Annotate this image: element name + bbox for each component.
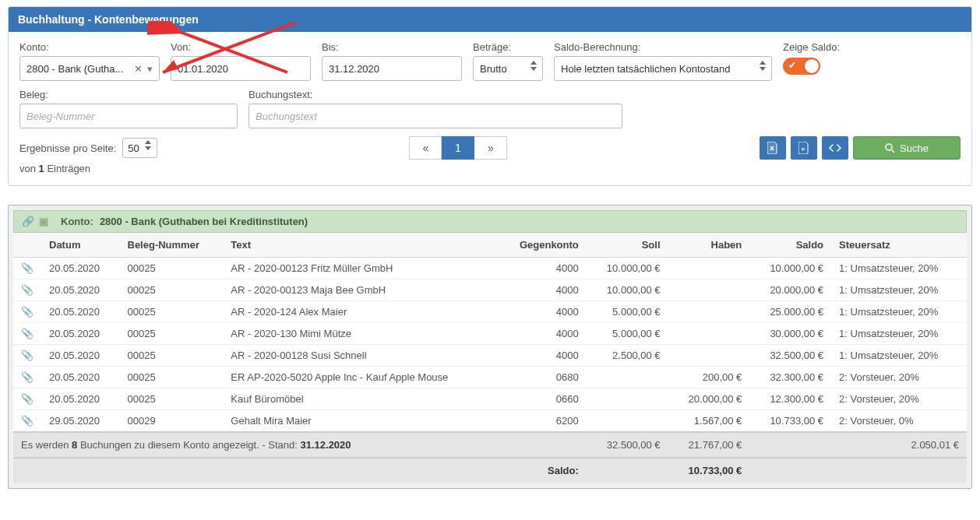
col-haben[interactable]: Haben — [668, 233, 750, 258]
filter-panel: Buchhaltung - Kontenbewegungen Konto: 28… — [8, 6, 972, 186]
cell-gegenkonto: 4000 — [499, 279, 587, 301]
cell-steuer: 1: Umsatzsteuer, 20% — [831, 323, 967, 345]
konto-value: 2800 - Bank (Gutha... — [26, 63, 123, 75]
cell-gegenkonto: 4000 — [499, 345, 587, 367]
cell-datum: 20.05.2020 — [41, 279, 120, 301]
zeige-saldo-toggle[interactable]: ✔ — [783, 58, 820, 75]
cell-datum: 20.05.2020 — [41, 301, 120, 323]
toggle-knob — [805, 59, 819, 73]
link-icon[interactable]: 🔗 — [22, 216, 34, 227]
cell-soll — [587, 388, 668, 410]
cell-soll — [587, 410, 668, 433]
buchungstext-input[interactable] — [249, 104, 622, 128]
cell-haben — [668, 279, 750, 301]
attachment-icon[interactable]: 📎 — [13, 388, 41, 410]
cell-steuer: 1: Umsatzsteuer, 20% — [831, 301, 967, 323]
konto-label: Konto: — [19, 41, 160, 53]
table-saldo-row: Saldo: 10.733,00 € — [13, 458, 967, 483]
buchungstext-label: Buchungstext: — [249, 89, 622, 100]
von-input[interactable] — [171, 56, 311, 81]
cell-gegenkonto: 4000 — [499, 323, 587, 345]
cell-soll: 10.000,00 € — [587, 258, 668, 279]
attachment-icon[interactable]: 📎 — [13, 279, 41, 301]
table-row[interactable]: 📎20.05.202000025AR - 2020-130 Mimi Mütze… — [13, 323, 967, 345]
cell-saldo: 30.000,00 € — [749, 323, 831, 345]
bis-input[interactable] — [322, 56, 462, 81]
zeige-saldo-label: Zeige Saldo: — [783, 41, 876, 53]
cell-gegenkonto: 4000 — [499, 301, 587, 323]
page-next[interactable]: » — [474, 136, 507, 160]
beleg-input[interactable] — [19, 104, 238, 128]
results-per-page-select[interactable]: 50 — [122, 138, 157, 158]
export-xls-button[interactable] — [760, 136, 786, 160]
cell-saldo: 20.000,00 € — [749, 279, 831, 301]
cell-text: AR - 2020-130 Mimi Mütze — [223, 323, 498, 345]
cell-text: AR - 2020-00123 Fritz Müller GmbH — [223, 258, 498, 279]
account-header: 🔗 ▣ Konto: 2800 - Bank (Guthaben bei Kre… — [13, 210, 967, 233]
col-steuersatz[interactable]: Steuersatz — [831, 233, 967, 258]
cell-haben: 20.000,00 € — [668, 388, 750, 410]
cell-beleg: 00025 — [120, 323, 224, 345]
cell-text: AR - 2020-00128 Susi Schnell — [223, 345, 498, 367]
select-all-icon[interactable]: ▣ — [39, 216, 48, 227]
cell-text: Kauf Büromöbel — [223, 388, 498, 410]
saldo-calc-select[interactable]: Hole letzten tatsächlichen Kontostand — [554, 56, 772, 81]
table-row[interactable]: 📎20.05.202000025ER AP-2020-5020 Apple In… — [13, 367, 967, 388]
konto-combo[interactable]: 2800 - Bank (Gutha... ✕ ▾ — [19, 56, 160, 81]
check-icon: ✔ — [788, 60, 796, 71]
cell-steuer: 1: Umsatzsteuer, 20% — [831, 345, 967, 367]
beleg-label: Beleg: — [19, 89, 238, 100]
betraege-label: Beträge: — [473, 41, 543, 53]
col-gegenkonto[interactable]: Gegenkonto — [499, 233, 587, 258]
cell-gegenkonto: 0680 — [499, 367, 587, 388]
cell-beleg: 00025 — [120, 258, 224, 279]
attachment-icon[interactable]: 📎 — [13, 258, 41, 279]
search-button[interactable]: Suche — [853, 136, 961, 160]
col-beleg[interactable]: Beleg-Nummer — [120, 233, 224, 258]
table-row[interactable]: 📎29.05.202000029Gehalt Mira Maier62001.5… — [13, 410, 967, 433]
cell-gegenkonto: 6200 — [499, 410, 587, 433]
panel-title: Buchhaltung - Kontenbewegungen — [9, 7, 971, 32]
cell-text: AR - 2020-00123 Maja Bee GmbH — [223, 279, 498, 301]
table-summary-row: Es werden 8 Buchungen zu diesem Konto an… — [13, 432, 967, 458]
file-pdf-icon: P — [798, 142, 809, 154]
col-saldo[interactable]: Saldo — [749, 233, 831, 258]
table-row[interactable]: 📎20.05.202000025AR - 2020-124 Alex Maier… — [13, 301, 967, 323]
von-label: Von: — [171, 41, 311, 53]
attachment-icon[interactable]: 📎 — [13, 410, 41, 433]
table-row[interactable]: 📎20.05.202000025AR - 2020-00123 Fritz Mü… — [13, 258, 967, 279]
cell-soll: 5.000,00 € — [587, 323, 668, 345]
clear-icon[interactable]: ✕ — [134, 63, 143, 75]
cell-saldo: 32.300,00 € — [749, 367, 831, 388]
cell-datum: 20.05.2020 — [41, 323, 120, 345]
cell-steuer: 1: Umsatzsteuer, 20% — [831, 279, 967, 301]
page-prev[interactable]: « — [409, 136, 442, 160]
attachment-icon[interactable]: 📎 — [13, 345, 41, 367]
table-row[interactable]: 📎20.05.202000025AR - 2020-00123 Maja Bee… — [13, 279, 967, 301]
col-soll[interactable]: Soll — [587, 233, 668, 258]
cell-soll: 2.500,00 € — [587, 345, 668, 367]
svg-point-3 — [886, 144, 892, 150]
cell-beleg: 00029 — [120, 410, 224, 433]
cell-saldo: 12.300,00 € — [749, 388, 831, 410]
export-code-button[interactable] — [822, 136, 848, 160]
table-row[interactable]: 📎20.05.202000025AR - 2020-00128 Susi Sch… — [13, 345, 967, 367]
attachment-icon[interactable]: 📎 — [13, 301, 41, 323]
page-1[interactable]: 1 — [442, 136, 474, 160]
export-pdf-button[interactable]: P — [791, 136, 817, 160]
col-text[interactable]: Text — [223, 233, 498, 258]
attachment-icon[interactable]: 📎 — [13, 367, 41, 388]
cell-haben: 1.567,00 € — [668, 410, 750, 433]
col-datum[interactable]: Datum — [41, 233, 120, 258]
cell-datum: 20.05.2020 — [41, 388, 120, 410]
cell-saldo: 32.500,00 € — [749, 345, 831, 367]
table-header-row: Datum Beleg-Nummer Text Gegenkonto Soll … — [13, 233, 967, 258]
cell-gegenkonto: 0660 — [499, 388, 587, 410]
file-excel-icon — [767, 142, 778, 154]
cell-datum: 20.05.2020 — [41, 345, 120, 367]
betraege-select[interactable]: Brutto — [473, 56, 543, 81]
attachment-icon[interactable]: 📎 — [13, 323, 41, 345]
cell-haben — [668, 323, 750, 345]
chevron-down-icon[interactable]: ▾ — [147, 63, 153, 75]
table-row[interactable]: 📎20.05.202000025Kauf Büromöbel066020.000… — [13, 388, 967, 410]
